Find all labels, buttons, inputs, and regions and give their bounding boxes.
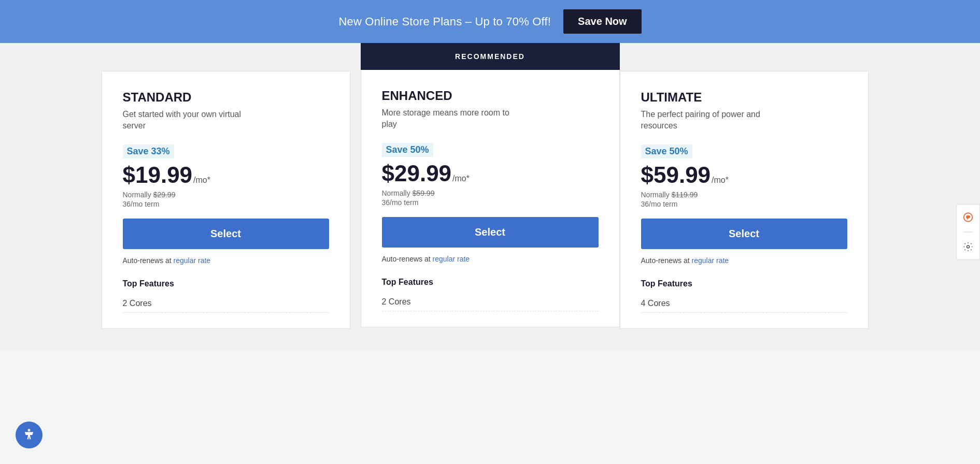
- plan-enhanced-autorenew: Auto-renews at regular rate: [382, 255, 599, 263]
- plan-ultimate-feature-0: 4 Cores: [641, 295, 847, 313]
- plan-ultimate-autorenew: Auto-renews at regular rate: [641, 256, 847, 265]
- plan-standard-regular-rate-link[interactable]: regular rate: [174, 256, 211, 265]
- plan-ultimate-period: /mo*: [712, 176, 729, 185]
- plan-ultimate-normal-price: Normally $119.99: [641, 191, 847, 199]
- plan-ultimate-features-label: Top Features: [641, 279, 847, 288]
- save-now-button[interactable]: Save Now: [563, 9, 641, 34]
- plan-standard-normal-price: Normally $29.99: [123, 191, 329, 199]
- plan-enhanced-name: ENHANCED: [382, 89, 599, 103]
- promo-banner: New Online Store Plans – Up to 70% Off! …: [0, 0, 980, 43]
- plan-standard-feature-0: 2 Cores: [123, 295, 329, 313]
- plan-ultimate-price-row: $59.99 /mo*: [641, 164, 847, 186]
- plan-standard-term: 36/mo term: [123, 200, 329, 208]
- plan-ultimate-name: ULTIMATE: [641, 90, 847, 105]
- plan-enhanced-description: More storage means more room to play: [382, 107, 517, 130]
- plan-standard-save: Save 33%: [123, 144, 174, 158]
- plan-enhanced-period: /mo*: [452, 174, 470, 183]
- plan-enhanced-feature-0: 2 Cores: [382, 293, 599, 311]
- plans-section: STANDARD Get started with your own virtu…: [0, 43, 980, 350]
- plan-ultimate-select-button[interactable]: Select: [641, 219, 847, 249]
- plan-standard-card: STANDARD Get started with your own virtu…: [102, 71, 350, 329]
- banner-text: New Online Store Plans – Up to 70% Off!: [338, 15, 551, 28]
- plan-ultimate: ULTIMATE The perfect pairing of power an…: [620, 43, 879, 329]
- plan-standard-price: $19.99: [123, 164, 193, 186]
- plan-enhanced-regular-rate-link[interactable]: regular rate: [433, 255, 470, 263]
- svg-point-2: [967, 245, 970, 248]
- plan-enhanced-normal-price: Normally $59.99: [382, 189, 599, 197]
- plan-enhanced-term: 36/mo term: [382, 198, 599, 207]
- plan-standard-select-button[interactable]: Select: [123, 219, 329, 249]
- plan-ultimate-save: Save 50%: [641, 144, 692, 158]
- plan-ultimate-term: 36/mo term: [641, 200, 847, 208]
- plan-standard-name: STANDARD: [123, 90, 329, 105]
- plan-enhanced-price-row: $29.99 /mo*: [382, 162, 599, 185]
- plan-standard-autorenew: Auto-renews at regular rate: [123, 256, 329, 265]
- plans-grid: STANDARD Get started with your own virtu…: [102, 43, 879, 329]
- plan-enhanced-features-label: Top Features: [382, 278, 599, 287]
- plan-ultimate-description: The perfect pairing of power and resourc…: [641, 109, 776, 132]
- plan-standard-price-row: $19.99 /mo*: [123, 164, 329, 186]
- side-panel: [956, 205, 980, 260]
- plan-standard: STANDARD Get started with your own virtu…: [102, 43, 361, 329]
- plan-enhanced-card: ENHANCED More storage means more room to…: [361, 70, 620, 327]
- plan-enhanced-price: $29.99: [382, 162, 452, 185]
- plan-enhanced-select-button[interactable]: Select: [382, 217, 599, 248]
- plan-standard-period: /mo*: [193, 176, 210, 185]
- recommended-badge: RECOMMENDED: [361, 43, 620, 70]
- plan-standard-features-label: Top Features: [123, 279, 329, 288]
- plan-enhanced-save: Save 50%: [382, 143, 433, 157]
- plan-enhanced: RECOMMENDED ENHANCED More storage means …: [361, 43, 620, 329]
- chat-icon[interactable]: [960, 209, 976, 226]
- plan-standard-description: Get started with your own virtual server: [123, 109, 258, 132]
- plan-ultimate-card: ULTIMATE The perfect pairing of power an…: [620, 71, 869, 329]
- settings-icon[interactable]: [960, 239, 976, 255]
- plan-ultimate-price: $59.99: [641, 164, 711, 186]
- plan-ultimate-regular-rate-link[interactable]: regular rate: [692, 256, 729, 265]
